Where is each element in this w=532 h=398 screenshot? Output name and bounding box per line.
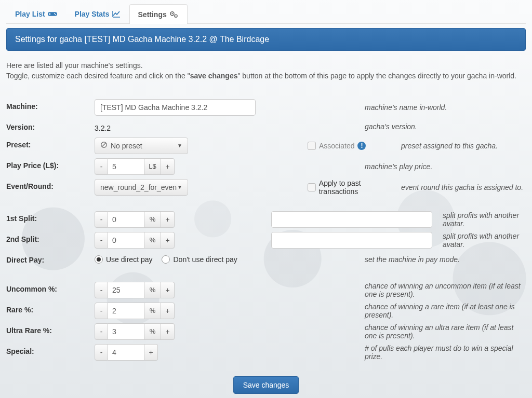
uncommon-increment[interactable]: + xyxy=(161,282,175,298)
event-value: new_round_2_for_event_with xyxy=(100,183,177,191)
gamepad-icon xyxy=(48,11,57,17)
split2-increment[interactable]: + xyxy=(161,232,175,249)
tab-playstats[interactable]: Play Stats xyxy=(66,4,129,23)
row-version: Version: 3.2.2 gacha's version. xyxy=(6,118,526,135)
event-dropdown[interactable]: new_round_2_for_event_with ▼ xyxy=(95,179,188,196)
svg-rect-2 xyxy=(49,13,50,15)
price-input[interactable] xyxy=(108,158,144,175)
row-rare: Rare %: - % + chance of winning a rare i… xyxy=(6,300,526,321)
label-uncommon: Uncommon %: xyxy=(6,282,95,293)
help-rare: chance of winning a rare item (if at lea… xyxy=(360,303,526,319)
split1-unit: % xyxy=(144,211,161,228)
tab-settings[interactable]: Settings xyxy=(129,4,188,24)
special-stepper: - + xyxy=(95,344,158,361)
tab-playlist[interactable]: Play List xyxy=(6,4,66,23)
help-event: event round this gacha is assigned to. xyxy=(401,183,526,191)
uncommon-input[interactable] xyxy=(108,282,144,298)
tab-label: Play List xyxy=(15,10,45,18)
tab-bar: Play List Play Stats Settings xyxy=(6,4,526,24)
label-split2: 2nd Split: xyxy=(6,232,95,243)
chart-icon xyxy=(112,10,121,18)
help-version: gacha's version. xyxy=(360,122,526,131)
help-special: # of pulls each player must do to win a … xyxy=(360,344,526,361)
label-machine: Machine: xyxy=(6,99,95,111)
save-changes-button[interactable]: Save changes xyxy=(233,376,299,394)
svg-point-8 xyxy=(175,15,176,16)
ultrarare-input[interactable] xyxy=(108,323,144,340)
associated-label: Associated xyxy=(319,142,354,150)
rare-input[interactable] xyxy=(108,303,144,319)
uncommon-decrement[interactable]: - xyxy=(95,282,108,298)
caret-down-icon: ▼ xyxy=(177,184,182,190)
svg-point-4 xyxy=(55,14,56,15)
split2-stepper: - % + xyxy=(95,232,175,249)
help-split2: split profits with another avatar. xyxy=(437,232,526,249)
split2-avatar-input[interactable] xyxy=(271,232,432,249)
label-price: Play Price (L$): xyxy=(6,158,95,170)
price-decrement[interactable]: - xyxy=(95,158,108,175)
help-split1: split profits with another avatar. xyxy=(437,211,526,228)
row-split1: 1st Split: - % + split profits with anot… xyxy=(6,209,526,230)
split1-avatar-input[interactable] xyxy=(271,211,432,228)
uncommon-unit: % xyxy=(144,282,161,298)
info-icon[interactable]: ! xyxy=(357,142,366,150)
ultrarare-unit: % xyxy=(144,323,161,340)
row-price: Play Price (L$): - L$ + machine's play p… xyxy=(6,156,526,177)
label-version: Version: xyxy=(6,120,95,131)
special-increment[interactable]: + xyxy=(144,344,158,361)
radio-icon xyxy=(162,255,170,264)
help-preset: preset assigned to this gacha. xyxy=(401,142,526,150)
uncommon-stepper: - % + xyxy=(95,282,175,298)
svg-line-10 xyxy=(102,143,106,147)
label-event: Event/Round: xyxy=(6,179,95,190)
rare-decrement[interactable]: - xyxy=(95,303,108,319)
help-machine: machine's name in-world. xyxy=(360,103,526,112)
rare-increment[interactable]: + xyxy=(161,303,175,319)
ultrarare-decrement[interactable]: - xyxy=(95,323,108,340)
ultrarare-increment[interactable]: + xyxy=(161,323,175,340)
directpay-radio-group: Use direct pay Don't use direct pay xyxy=(95,255,237,264)
ban-icon xyxy=(100,141,108,150)
label-rare: Rare %: xyxy=(6,303,95,314)
split2-unit: % xyxy=(144,232,161,249)
split1-stepper: - % + xyxy=(95,211,175,228)
special-input[interactable] xyxy=(108,344,144,361)
row-preset: Preset: No preset ▼ Associated ! preset … xyxy=(6,135,526,156)
directpay-option-use[interactable]: Use direct pay xyxy=(95,255,152,264)
intro-text: Here are listed all your machine's setti… xyxy=(6,60,526,81)
row-uncommon: Uncommon %: - % + chance of winning an u… xyxy=(6,280,526,300)
row-directpay: Direct Pay: Use direct pay Don't use dir… xyxy=(6,251,526,268)
split1-input[interactable] xyxy=(108,211,144,228)
split2-input[interactable] xyxy=(108,232,144,249)
tab-label: Play Stats xyxy=(75,10,110,18)
preset-dropdown[interactable]: No preset ▼ xyxy=(95,138,188,154)
split1-decrement[interactable]: - xyxy=(95,211,108,228)
price-increment[interactable]: + xyxy=(161,158,175,175)
radio-icon xyxy=(95,255,103,264)
row-split2: 2nd Split: - % + split profits with anot… xyxy=(6,230,526,251)
row-ultrarare: Ultra Rare %: - % + chance of winning an… xyxy=(6,321,526,342)
preset-value: No preset xyxy=(111,142,142,150)
apply-past-checkbox[interactable] xyxy=(308,183,316,191)
split1-increment[interactable]: + xyxy=(161,211,175,228)
split2-decrement[interactable]: - xyxy=(95,232,108,249)
price-stepper: - L$ + xyxy=(95,158,175,175)
version-value: 3.2.2 xyxy=(95,121,111,132)
rare-stepper: - % + xyxy=(95,303,175,319)
machine-name-input[interactable] xyxy=(95,99,256,116)
special-decrement[interactable]: - xyxy=(95,344,108,361)
label-directpay: Direct Pay: xyxy=(6,253,95,264)
label-split1: 1st Split: xyxy=(6,211,95,223)
help-ultrarare: chance of winning an ultra rare item (if… xyxy=(360,323,526,340)
tab-label: Settings xyxy=(138,10,167,19)
help-uncommon: chance of winning an uncommon item (if a… xyxy=(360,282,526,298)
associated-checkbox[interactable] xyxy=(308,142,316,150)
help-directpay: set the machine in pay mode. xyxy=(360,255,526,264)
label-ultrarare: Ultra Rare %: xyxy=(6,323,95,335)
panel-title: Settings for gacha [TEST] MD Gacha Machi… xyxy=(6,28,526,51)
row-special: Special: - + # of pulls each player must… xyxy=(6,342,526,363)
directpay-option-dont[interactable]: Don't use direct pay xyxy=(162,255,237,264)
row-machine: Machine: machine's name in-world. xyxy=(6,97,526,118)
gears-icon xyxy=(169,11,179,18)
apply-past-label: Apply to past transactions xyxy=(319,179,401,196)
